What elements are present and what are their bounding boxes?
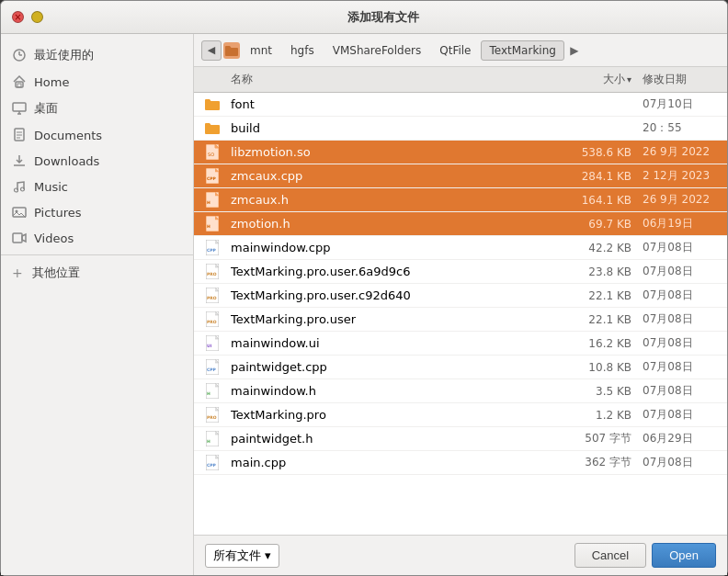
folder-tab-icon xyxy=(223,42,240,59)
cpp-file-icon: CPP xyxy=(194,240,231,255)
svg-text:H: H xyxy=(207,200,210,205)
svg-rect-3 xyxy=(16,82,23,87)
content-area: ◀ mnt hgfs VMShareFolders QtFile TextMar… xyxy=(194,34,727,575)
file-row[interactable]: CPPmain.cpp362 字节07月08日 xyxy=(194,451,727,475)
desktop-icon xyxy=(12,101,27,116)
open-button[interactable]: Open xyxy=(652,543,716,568)
sidebar-item-documents-label: Documents xyxy=(34,129,102,142)
sidebar-item-desktop[interactable]: 桌面 xyxy=(1,95,193,122)
sidebar-item-home[interactable]: Home xyxy=(1,69,193,95)
file-row[interactable]: UImainwindow.ui16.2 KB07月08日 xyxy=(194,332,727,356)
file-date: 07月08日 xyxy=(635,359,727,375)
file-name: TextMarking.pro.user.c92d640 xyxy=(231,288,543,302)
path-tab-mnt[interactable]: mnt xyxy=(242,40,280,61)
file-date: 07月10日 xyxy=(635,96,727,112)
col-header-date: 修改日期 xyxy=(635,72,727,87)
filter-arrow-icon: ▾ xyxy=(265,548,271,562)
minimize-button[interactable] xyxy=(31,11,43,23)
filter-dropdown[interactable]: 所有文件 ▾ xyxy=(205,544,279,568)
col-header-size[interactable]: 大小 ▾ xyxy=(543,72,635,87)
clock-icon xyxy=(12,48,27,62)
file-row[interactable]: CPPzmcaux.cpp284.1 KB2 12月 2023 xyxy=(194,164,727,188)
column-headers: 名称 大小 ▾ 修改日期 xyxy=(194,67,727,93)
file-date: 07月08日 xyxy=(635,240,727,255)
file-size: 22.1 KB xyxy=(543,313,635,326)
sidebar-item-home-label: Home xyxy=(34,75,69,89)
file-row[interactable]: Hzmcaux.h164.1 KB26 9月 2022 xyxy=(194,188,727,212)
file-size: 3.5 KB xyxy=(543,385,635,398)
file-date: 07月08日 xyxy=(635,264,727,279)
file-name: mainwindow.cpp xyxy=(231,241,543,254)
path-tab-vmsharefolders[interactable]: VMShareFolders xyxy=(324,40,430,61)
col-header-name: 名称 xyxy=(194,72,543,87)
file-date: 07月08日 xyxy=(635,455,727,470)
file-row[interactable]: build20：55 xyxy=(194,117,727,141)
filter-label: 所有文件 xyxy=(213,548,261,564)
svg-text:PRO: PRO xyxy=(207,320,217,324)
file-size: 507 字节 xyxy=(543,431,635,446)
file-date: 07月08日 xyxy=(635,288,727,303)
sidebar-item-recent[interactable]: 最近使用的 xyxy=(1,41,193,69)
file-row[interactable]: PROTextMarking.pro1.2 KB07月08日 xyxy=(194,403,727,427)
dialog-title: 添加现有文件 xyxy=(51,9,716,26)
svg-text:PRO: PRO xyxy=(207,415,217,420)
back-button[interactable]: ◀ xyxy=(201,40,222,61)
cpp-file-icon: CPP xyxy=(194,455,231,470)
h-file-icon: H xyxy=(194,192,231,208)
sidebar-item-downloads[interactable]: Downloads xyxy=(1,148,193,174)
cancel-button[interactable]: Cancel xyxy=(574,543,646,568)
file-date: 26 9月 2022 xyxy=(635,144,727,160)
documents-icon xyxy=(12,128,27,142)
file-row[interactable]: Hzmotion.h69.7 KB06月19日 xyxy=(194,212,727,236)
path-tab-textmarking[interactable]: TextMarking xyxy=(481,40,563,61)
svg-text:UI: UI xyxy=(207,344,212,348)
file-date: 07月08日 xyxy=(635,335,727,351)
other-locations-label: 其他位置 xyxy=(32,265,80,281)
folder-icon xyxy=(194,122,231,135)
file-date: 26 9月 2022 xyxy=(635,192,727,208)
sidebar-item-music[interactable]: Music xyxy=(1,174,193,199)
file-row[interactable]: PROTextMarking.pro.user.c92d64022.1 KB07… xyxy=(194,284,727,308)
file-name: zmotion.h xyxy=(231,217,543,231)
file-size: 1.2 KB xyxy=(543,409,635,422)
close-button[interactable]: × xyxy=(12,11,24,23)
file-name: TextMarking.pro.user.6a9d9c6 xyxy=(231,265,543,278)
file-row[interactable]: Hmainwindow.h3.5 KB07月08日 xyxy=(194,379,727,403)
sidebar-item-pictures[interactable]: Pictures xyxy=(1,199,193,225)
sidebar-item-documents[interactable]: Documents xyxy=(1,122,193,148)
file-row[interactable]: PROTextMarking.pro.user22.1 KB07月08日 xyxy=(194,308,727,332)
file-date: 06月19日 xyxy=(635,216,727,232)
file-row[interactable]: PROTextMarking.pro.user.6a9d9c623.8 KB07… xyxy=(194,260,727,284)
main-area: 最近使用的 Home 桌面 Documents xyxy=(1,34,727,575)
file-row[interactable]: CPPmainwindow.cpp42.2 KB07月08日 xyxy=(194,236,727,260)
path-tab-qtfile[interactable]: QtFile xyxy=(431,40,479,61)
file-name: mainwindow.h xyxy=(231,384,543,398)
file-row[interactable]: CPPpaintwidget.cpp10.8 KB07月08日 xyxy=(194,356,727,379)
sidebar-item-pictures-label: Pictures xyxy=(34,206,81,220)
svg-text:H: H xyxy=(207,391,210,396)
home-icon xyxy=(12,74,27,89)
file-name: font xyxy=(231,97,543,111)
sidebar-item-videos-label: Videos xyxy=(34,232,74,245)
sidebar-item-recent-label: 最近使用的 xyxy=(34,47,94,63)
file-size: 16.2 KB xyxy=(543,337,635,350)
sidebar-item-videos[interactable]: Videos xyxy=(1,225,193,251)
file-row[interactable]: Hpaintwidget.h507 字节06月29日 xyxy=(194,427,727,451)
file-row[interactable]: font07月10日 xyxy=(194,93,727,117)
file-size: 10.8 KB xyxy=(543,361,635,374)
file-name: TextMarking.pro.user xyxy=(231,312,543,326)
path-tab-hgfs[interactable]: hgfs xyxy=(282,40,323,61)
path-more-button[interactable]: ▶ xyxy=(566,42,583,59)
file-date: 20：55 xyxy=(635,120,727,136)
file-date: 2 12月 2023 xyxy=(635,168,727,184)
file-name: mainwindow.ui xyxy=(231,336,543,350)
pro-file-icon: PRO xyxy=(194,311,231,327)
file-date: 06月29日 xyxy=(635,431,727,446)
file-date: 07月08日 xyxy=(635,383,727,399)
file-row[interactable]: SOlibzmotion.so538.6 KB26 9月 2022 xyxy=(194,141,727,164)
svg-text:PRO: PRO xyxy=(207,296,217,300)
sidebar-item-other[interactable]: + 其他位置 xyxy=(1,259,193,287)
svg-text:SO: SO xyxy=(208,152,214,157)
file-size: 42.2 KB xyxy=(543,242,635,254)
file-name: paintwidget.cpp xyxy=(231,360,543,374)
